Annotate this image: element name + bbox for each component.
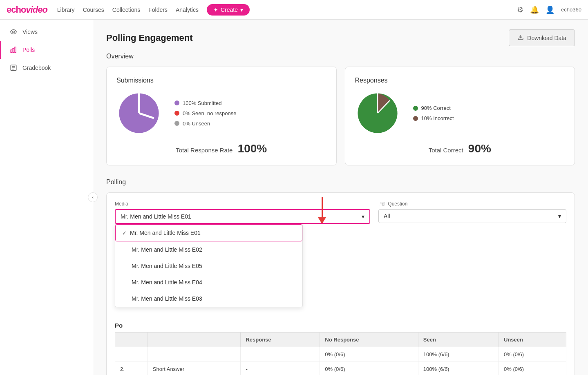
download-label: Download Data bbox=[527, 35, 566, 41]
dropdown-item-e02[interactable]: Mr. Men and Little Miss E02 bbox=[115, 241, 302, 258]
polls-icon bbox=[9, 46, 18, 54]
submissions-legend: 100% Submitted 0% Seen, no response 0% U… bbox=[174, 100, 237, 127]
nav-courses[interactable]: Courses bbox=[83, 7, 104, 13]
legend-incorrect: 10% Incorrect bbox=[413, 115, 454, 121]
dropdown-item-e05-label: Mr. Men and Little Miss E05 bbox=[132, 263, 202, 269]
download-icon bbox=[517, 34, 524, 42]
dropdown-item-e04-label: Mr. Men and Little Miss E04 bbox=[132, 279, 202, 286]
seen-no-response-dot bbox=[174, 111, 179, 116]
dropdown-item-e05[interactable]: Mr. Men and Little Miss E05 bbox=[115, 258, 302, 274]
logo-text: echovideo bbox=[7, 4, 47, 15]
table-row: 2. Short Answer - 0% (0/6) 100% (6/6) 0%… bbox=[115, 362, 566, 375]
page-title: Polling Engagement bbox=[106, 33, 192, 43]
nav-right: ⚙ 🔔 👤 echo360 bbox=[517, 5, 581, 14]
responses-footer-label: Total Correct bbox=[429, 147, 463, 154]
main-content: Polling Engagement Download Data Overvie… bbox=[93, 20, 588, 375]
svg-rect-1 bbox=[11, 50, 12, 53]
table-row: 0% (0/6) 100% (6/6) 0% (0/6) bbox=[115, 347, 566, 362]
nav-library[interactable]: Library bbox=[57, 7, 75, 13]
create-button[interactable]: ✦ Create ▾ bbox=[207, 4, 250, 16]
svg-rect-2 bbox=[13, 48, 14, 53]
create-chevron: ▾ bbox=[240, 7, 243, 13]
dropdown-item-e03[interactable]: Mr. Men and Little Miss E03 bbox=[115, 290, 302, 307]
sidebar-gradebook-label: Gradebook bbox=[22, 65, 51, 71]
user-icon[interactable]: 👤 bbox=[546, 5, 554, 14]
legend-seen-no-response: 0% Seen, no response bbox=[174, 110, 237, 116]
unseen-label: 0% Unseen bbox=[183, 121, 210, 127]
seen-no-response-label: 0% Seen, no response bbox=[183, 110, 237, 116]
filters-row: Media Mr. Men and Little Miss E01 ▾ bbox=[115, 201, 566, 224]
sidebar: Views Polls Gradebook ‹ bbox=[0, 20, 93, 375]
settings-icon[interactable]: ⚙ bbox=[517, 5, 523, 14]
responses-pie bbox=[355, 91, 400, 136]
polling-table: Response No Response Seen Unseen 0% (0/6… bbox=[115, 332, 566, 375]
media-select[interactable]: Mr. Men and Little Miss E01 ▾ bbox=[115, 209, 370, 224]
submissions-footer: Total Response Rate 100% bbox=[116, 142, 326, 155]
table-header-row: Response No Response Seen Unseen bbox=[115, 333, 566, 347]
row2-question: Short Answer bbox=[148, 362, 241, 375]
views-icon bbox=[9, 28, 18, 36]
col-header-unseen: Unseen bbox=[499, 333, 566, 347]
app-body: Views Polls Gradebook ‹ Polling Engageme… bbox=[0, 20, 588, 375]
row1-response bbox=[241, 347, 320, 362]
bell-icon[interactable]: 🔔 bbox=[530, 5, 539, 14]
sidebar-item-gradebook[interactable]: Gradebook bbox=[0, 59, 93, 77]
media-chevron-icon: ▾ bbox=[362, 213, 364, 220]
responses-footer: Total Correct 90% bbox=[355, 142, 565, 155]
row1-seen: 100% (6/6) bbox=[418, 347, 499, 362]
nav-folders[interactable]: Folders bbox=[148, 7, 168, 13]
submissions-pie-svg bbox=[116, 91, 161, 136]
legend-unseen: 0% Unseen bbox=[174, 121, 237, 127]
nav-collections[interactable]: Collections bbox=[112, 7, 140, 13]
dropdown-item-e01[interactable]: ✓ Mr. Men and Little Miss E01 bbox=[115, 224, 302, 241]
incorrect-label: 10% Incorrect bbox=[421, 115, 454, 121]
poll-question-filter-group: Poll Question All ▾ bbox=[378, 201, 566, 224]
responses-card: Responses bbox=[345, 67, 575, 165]
submissions-footer-value: 100% bbox=[238, 142, 267, 155]
dropdown-item-e03-label: Mr. Men and Little Miss E03 bbox=[132, 295, 202, 302]
gradebook-icon bbox=[9, 64, 18, 72]
nav-links: Library Courses Collections Folders Anal… bbox=[57, 4, 250, 16]
overview-title: Overview bbox=[106, 53, 575, 60]
table-subtitle: Po bbox=[115, 322, 566, 329]
row2-no-response: 0% (0/6) bbox=[320, 362, 418, 375]
svg-rect-3 bbox=[15, 47, 16, 53]
download-data-button[interactable]: Download Data bbox=[509, 29, 575, 46]
row2-seen: 100% (6/6) bbox=[418, 362, 499, 375]
submissions-pie bbox=[116, 91, 161, 136]
submissions-card: Submissions 100% Submitted bbox=[106, 67, 337, 165]
sidebar-item-polls[interactable]: Polls bbox=[0, 41, 93, 59]
submitted-label: 100% Submitted bbox=[183, 100, 221, 106]
svg-point-0 bbox=[13, 31, 15, 33]
col-header-num bbox=[115, 333, 148, 347]
polling-section: Media Mr. Men and Little Miss E01 ▾ bbox=[106, 192, 575, 375]
unseen-dot bbox=[174, 121, 179, 126]
create-label: Create bbox=[221, 7, 238, 13]
media-dropdown: ✓ Mr. Men and Little Miss E01 Mr. Men an… bbox=[115, 224, 303, 307]
submissions-card-body: 100% Submitted 0% Seen, no response 0% U… bbox=[116, 91, 326, 136]
incorrect-dot bbox=[413, 116, 418, 121]
page-header: Polling Engagement Download Data bbox=[106, 29, 575, 46]
responses-pie-svg bbox=[355, 91, 400, 136]
poll-question-select[interactable]: All ▾ bbox=[378, 209, 566, 223]
polling-section-title: Polling bbox=[106, 179, 575, 186]
sidebar-polls-label: Polls bbox=[22, 47, 35, 53]
sidebar-item-views[interactable]: Views bbox=[0, 23, 93, 41]
row1-num bbox=[115, 347, 148, 362]
responses-card-title: Responses bbox=[355, 77, 388, 84]
dropdown-item-e01-label: Mr. Men and Little Miss E01 bbox=[130, 230, 201, 236]
row1-unseen: 0% (0/6) bbox=[499, 347, 566, 362]
row1-question bbox=[148, 347, 241, 362]
row2-unseen: 0% (0/6) bbox=[499, 362, 566, 375]
responses-footer-value: 90% bbox=[468, 142, 491, 155]
logo: echovideo bbox=[7, 4, 47, 15]
nav-analytics[interactable]: Analytics bbox=[176, 7, 199, 13]
create-icon: ✦ bbox=[213, 7, 218, 13]
sidebar-collapse-button[interactable]: ‹ bbox=[88, 192, 98, 202]
cards-row: Submissions 100% Submitted bbox=[106, 67, 575, 165]
dropdown-item-e04[interactable]: Mr. Men and Little Miss E04 bbox=[115, 274, 302, 290]
correct-label: 90% Correct bbox=[421, 105, 451, 111]
row2-num: 2. bbox=[115, 362, 148, 375]
submitted-dot bbox=[174, 100, 179, 105]
dropdown-item-e02-label: Mr. Men and Little Miss E02 bbox=[132, 246, 202, 253]
